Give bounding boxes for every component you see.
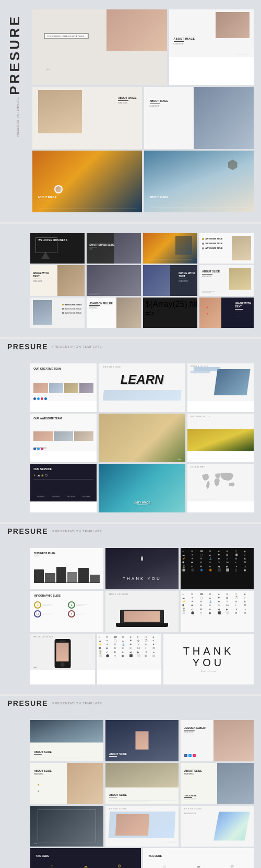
slide-image-text-3: IMAGE WITH TEXT ———— ———— ———— 📍 📍	[199, 298, 254, 328]
about-label-3: ABOUT IMAGE READ MORE	[150, 99, 169, 107]
slide-about-man: ABOUT IMAGE READ MORE	[144, 87, 254, 149]
slide-icons-grid-dark: ${Array(25).fill(0).map((_,i) => `✦`).jo…	[143, 298, 197, 328]
slide-mockup-phone: MOCK UP SLIDE ●●●●	[30, 634, 95, 684]
about-label-5: ABOUT IMAGE	[150, 196, 169, 201]
slide-sunset-person	[143, 233, 197, 264]
section-divider-3: PRESURE PRESENTATION TEMPLATE	[0, 524, 261, 539]
slide-bottom: BOTTOM SLIDE	[187, 414, 254, 462]
slide-about-mountain: ABOUT IMAGE	[144, 151, 254, 212]
slide-welcome-dark: WELCOME BUSINESS	[30, 233, 85, 264]
brand-vertical-1: PRESURE PRESENTATION TEMPLATE	[7, 9, 28, 142]
slide-image-text-2: IMAGE WITH TEXT READ MORE	[143, 265, 197, 296]
divider-brand-2: PRESURE	[7, 342, 48, 351]
slide-about-couple: ABOUT SLIDE	[105, 763, 179, 804]
image-text-label-1: IMAGE WITH TEXT READ MORE	[33, 271, 49, 282]
divider-brand-4: PRESURE	[7, 699, 48, 707]
divider-sub-3: PRESENTATION TEMPLATE	[52, 530, 102, 533]
slide-smart-brand: SMART BRAND SLIDE ●●●	[87, 233, 141, 264]
slide-couple-field: ●●●	[99, 414, 185, 462]
thank-you-credit: Made by Spread	[183, 670, 234, 672]
slide-image-text-1: IMAGE WITH TEXT READ MORE	[30, 265, 85, 296]
section-3: OUR CREATIVE TEAM	[0, 354, 261, 522]
slide-about-road: ABOUT SLIDE	[30, 720, 103, 761]
slide-johnson-miller: JOHNSON MILLER	[87, 298, 141, 328]
slide-icons-grid-2: ⌂✉☎⚙★♥⬡◈ ☁✦◯▲⚑✿⌚✈ ⚡☀❄⚓♚⚔⊕♞ ⬢◆⊗⊘⊙⋈⌖⌘ ⌛✔✖➤…	[181, 591, 254, 632]
slide-creative-team: OUR CREATIVE TEAM	[30, 363, 97, 412]
slide-brush-3: BRUSH SLIDE BRUSH SLIDE	[181, 806, 254, 847]
section-2: WELCOME BUSINESS SMART BRAND SLIDE	[0, 224, 261, 338]
about-label-1: ABOUT IMAGE READ MORE	[174, 37, 195, 45]
slide-our-service: OUR SERVICE ✦ ☁ ◈ ⬡	[30, 464, 97, 512]
slide-awesome-title-2: AWESOME TITLE AWESOME TITLE AWESOME TITL…	[30, 298, 85, 328]
slide-business-plan: BUSINESS PLAN SLIDE	[30, 548, 103, 589]
slide-group-photo	[87, 265, 141, 296]
slide-global-map: GLOBAL MAP	[187, 464, 254, 512]
slide-jessica-albert: JESSICA ALBERT READ MORE f t	[181, 720, 254, 761]
slide-subtext: ●●●●	[46, 68, 51, 70]
slide-aerial: ●●●	[30, 806, 103, 847]
about-label-4: ABOUT IMAGE	[38, 196, 57, 201]
slide-thank-you-white: THANK YOU Made by Spread	[163, 634, 254, 684]
slide-infographic: INFOGRAPHIC SLIDE ⚡ ★	[30, 591, 103, 632]
slide-about-dark-portrait: ABOUT SLIDE	[105, 720, 179, 761]
thank-you-content: THANK YOU Made by Spread	[183, 645, 234, 672]
slides-area-1: PRESURE PRESENTATION ●●●● ABOUT IMAGE	[32, 9, 254, 212]
thank-you-line2: YOU	[183, 657, 234, 668]
slide-about-woman: ABOUT IMAGE READ MORE	[32, 87, 142, 149]
welcome-label: WELCOME BUSINESS	[39, 239, 68, 242]
slide-unity-image: UNITY IMAGE	[99, 464, 185, 512]
slide-brush-learn: BRUSH SLIDE LEARN	[99, 363, 185, 412]
section-1: PRESURE PRESENTATION TEMPLATE PRESURE PR…	[0, 0, 261, 222]
slide-awesome-team: OUR AWESOME TEAM AWESOME SLIDE	[30, 414, 97, 462]
slide-icons-dark-1: ⌂✉☎⚙★♥⬡◈ ☁✦◯▲⚑✿⌚✈ ⚡☀❄⚓♚⚔⊕♞ ⬢◆⊗⊘⊙⋈⌖⌘ ⌛✔✖➤…	[181, 548, 254, 589]
slide-icons-grid-3: ⌂✉☎⚙★♥⬡◈ ☁✦◯▲⚑✿⌚✈ ⚡☀❄⚓♚⚔⊕♞ ⬢◆⊗⊘⊙⋈⌖⌘ ⌛✔✖➤…	[97, 634, 162, 684]
slide-about-hat: ABOUT IMAGE	[32, 151, 142, 212]
slide-tag-here-2: TAG HERE ⌂ TAG HERE ☁	[143, 848, 254, 868]
section-divider-2: PRESURE PRESENTATION TEMPLATE	[0, 339, 261, 354]
slide-tag-here-1: TAG HERE ⌂ TAG HERE ☁	[30, 848, 141, 868]
divider-sub-4: PRESENTATION TEMPLATE	[52, 702, 102, 705]
slide-brush-mountain: BRUSH SLIDE	[187, 363, 254, 412]
image-text-label-2: IMAGE WITH TEXT READ MORE	[179, 271, 195, 282]
about-label-2: ABOUT IMAGE READ MORE	[118, 96, 137, 104]
slide-mockup-laptop: MOCK UP SLIDE	[105, 591, 179, 632]
divider-sub-2: PRESENTATION TEMPLATE	[52, 345, 102, 348]
thank-you-line1: THANK	[183, 645, 234, 657]
smart-brand-label: SMART BRAND SLIDE ●●●	[89, 244, 114, 250]
slide-about-2: ABOUT SLIDE READ MORE	[199, 265, 254, 296]
section-5: ABOUT SLIDE	[0, 711, 261, 868]
slide-awesome-titles: AWESOME TITLE AWESOME TITLE AWESOME TITL…	[199, 233, 254, 264]
brand-side-2	[7, 233, 26, 244]
slide-brush-2: BRUSH SLIDE	[105, 806, 179, 847]
text-lines-1	[236, 53, 250, 54]
section-divider-4: PRESURE PRESENTATION TEMPLATE	[0, 696, 261, 711]
presure-badge: PRESURE PRESENTATION	[44, 33, 88, 39]
brand-name-vertical: PRESURE	[8, 15, 21, 95]
brand-subtitle-vertical: PRESENTATION TEMPLATE	[16, 97, 19, 137]
slide-about-girl: ABOUT SLIDE READ MORE TITLE HERE	[181, 763, 254, 804]
slide-thank-you-dark: THANK YOU	[105, 548, 179, 589]
slide-about-1: ABOUT IMAGE READ MORE	[169, 9, 254, 85]
section-4: BUSINESS PLAN SLIDE	[0, 539, 261, 694]
divider-brand-3: PRESURE	[7, 527, 48, 535]
slide-about-woman-2: ABOUT SLIDE READ MORE ♥ ♥	[30, 763, 103, 804]
slide-main-title: PRESURE PRESENTATION ●●●●	[32, 9, 167, 85]
